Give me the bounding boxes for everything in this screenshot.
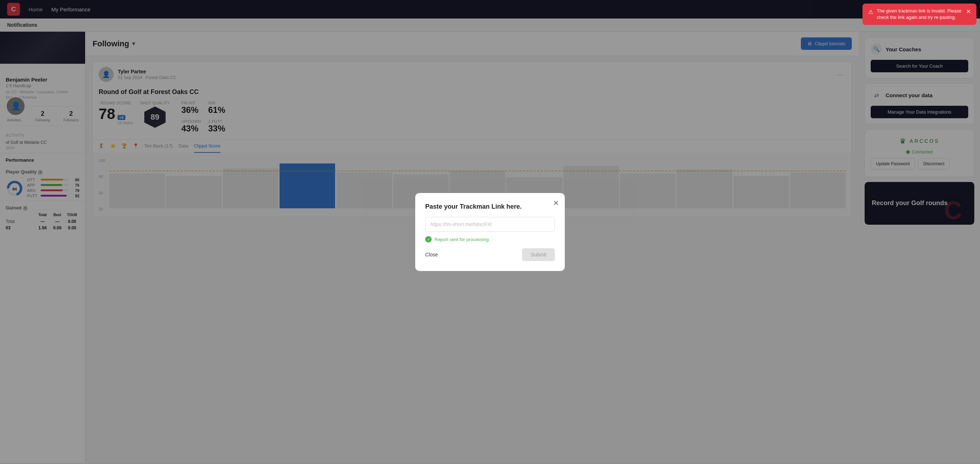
warning-icon: ⚠ <box>868 8 873 16</box>
modal-actions: Close Submit <box>425 248 555 261</box>
success-message: ✓ Report sent for processing <box>425 236 555 243</box>
modal-submit-button[interactable]: Submit <box>522 248 555 261</box>
success-check-icon: ✓ <box>425 236 431 243</box>
error-close-button[interactable]: ✕ <box>966 8 971 16</box>
trackman-link-input[interactable] <box>425 217 555 232</box>
modal-overlay[interactable]: ✕ Paste your Trackman Link here. ✓ Repor… <box>0 0 980 464</box>
modal-title: Paste your Trackman Link here. <box>425 203 555 210</box>
modal-close-x-button[interactable]: ✕ <box>553 199 559 207</box>
trackman-modal: ✕ Paste your Trackman Link here. ✓ Repor… <box>415 193 565 271</box>
modal-close-button[interactable]: Close <box>425 252 438 257</box>
error-banner: ⚠ The given trackman link is invalid. Pl… <box>862 3 977 25</box>
